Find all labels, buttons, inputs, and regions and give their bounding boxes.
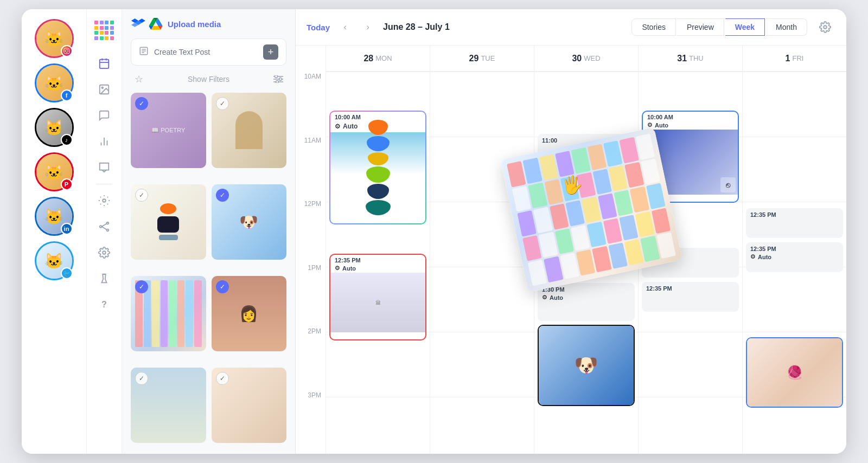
media-panel: Upload media Create Text Post + ☆ Show F… [122, 9, 296, 454]
rock-blue [367, 136, 390, 151]
next-arrow[interactable]: › [360, 20, 375, 35]
account-instagram[interactable]: 🐱 [35, 19, 74, 58]
star-filter-button[interactable]: ☆ [131, 71, 147, 87]
svg-point-33 [275, 75, 278, 78]
event-wed-balloon[interactable]: 🐶 [538, 325, 635, 406]
svg-point-14 [100, 226, 102, 228]
day-body-mon[interactable]: 10:00 AM ⚙ Auto [326, 72, 430, 454]
event-thu-small-2[interactable]: 12:35 PM [642, 282, 739, 312]
event-fri-knit[interactable]: 🧶 [746, 337, 843, 408]
media-item-poetry[interactable]: 📖 POETRY ✓ [131, 93, 206, 168]
nav-messages[interactable] [92, 104, 116, 127]
account-linkedin[interactable]: 🐱 in [35, 197, 74, 236]
create-post-label: Create Text Post [154, 48, 258, 56]
day-num-fri: 1 [786, 54, 790, 63]
media-check-keyboard: ✓ [135, 280, 148, 293]
tab-stories[interactable]: Stories [631, 18, 676, 36]
svg-point-16 [107, 229, 109, 232]
nav-settings[interactable] [92, 241, 116, 265]
media-item-arch[interactable]: ✓ [212, 93, 287, 168]
svg-point-36 [824, 25, 827, 29]
show-filters-label: Show Filters [147, 75, 270, 83]
day-num-mon: 28 [363, 54, 373, 63]
day-label-mon: MON [375, 54, 392, 62]
event-thu-hallway-header: 10:00 AM ⚙ Auto [643, 112, 738, 130]
account-facebook[interactable]: 🐱 f [35, 63, 74, 102]
svg-point-13 [103, 199, 106, 202]
media-item-landscape[interactable]: ✓ [131, 368, 206, 443]
media-item-keyboard[interactable]: ✓ [131, 276, 206, 351]
day-num-tue: 29 [469, 54, 479, 63]
date-range: June 28 – July 1 [383, 22, 624, 32]
svg-point-8 [101, 87, 103, 88]
media-check-landscape: ✓ [135, 372, 148, 385]
event-mon-rocks[interactable]: 10:00 AM ⚙ Auto [329, 111, 426, 224]
svg-point-34 [279, 78, 282, 81]
media-check-poetry: ✓ [135, 97, 148, 110]
media-panel-header: Upload media [122, 9, 295, 38]
today-button[interactable]: Today [307, 23, 330, 32]
museum-image: 🏛 [330, 273, 425, 332]
event-fri-small-1[interactable]: 12:35 PM [746, 208, 843, 238]
account-pinterest[interactable]: 🐱 P [35, 152, 74, 191]
prev-arrow[interactable]: ‹ [337, 20, 353, 35]
day-label-thu: THU [689, 54, 704, 62]
app-logo[interactable] [92, 18, 117, 43]
media-item-knit[interactable]: ✓ [212, 368, 287, 443]
nav-help[interactable]: ? [92, 293, 116, 317]
nav-nodes[interactable] [92, 215, 116, 239]
upload-media-button[interactable]: Upload media [168, 20, 221, 29]
event-fri-auto[interactable]: 12:35 PM ⚙ Auto [746, 242, 843, 272]
rocks-stack [361, 115, 395, 220]
media-check-woman: ✓ [216, 280, 229, 293]
day-header-wed: 30 WED [534, 46, 638, 72]
tab-preview[interactable]: Preview [677, 18, 724, 36]
nav-sidebar: ? [87, 9, 122, 454]
linkedin-badge: in [61, 223, 73, 235]
nav-automation[interactable] [92, 189, 116, 213]
media-item-balloon[interactable]: 🐶 ✓ [212, 184, 287, 260]
media-check-knit: ✓ [216, 372, 229, 385]
tab-week[interactable]: Week [725, 18, 765, 36]
rock-yellow [368, 152, 388, 165]
tab-month[interactable]: Month [766, 18, 807, 36]
event-wed-1-30[interactable]: 1:30 PM ⚙ Auto [538, 283, 635, 321]
add-post-button[interactable]: + [263, 44, 278, 60]
media-item-woman[interactable]: 👩 ✓ [212, 276, 287, 351]
nav-inbox[interactable] [92, 156, 116, 179]
nav-media[interactable] [92, 78, 116, 101]
day-body-tue[interactable] [430, 72, 534, 454]
filters-bar: ☆ Show Filters [131, 71, 286, 87]
nav-calendar[interactable] [92, 52, 116, 75]
calendar-settings-button[interactable] [815, 17, 835, 37]
cursor-hand-icon: 🖐 [561, 175, 583, 195]
nav-analytics[interactable] [92, 130, 116, 153]
event-mon-museum-header: 12:35 PM ⚙ Auto [330, 255, 425, 273]
svg-point-15 [107, 222, 109, 224]
nav-lab[interactable] [92, 267, 116, 291]
media-item-orange[interactable]: ✓ [131, 184, 206, 260]
day-body-fri[interactable]: 12:35 PM 12:35 PM ⚙ Auto 🧶 [743, 72, 846, 454]
calendar-header: Today ‹ › June 28 – July 1 Stories Previ… [296, 9, 846, 46]
time-12pm: 12PM [296, 199, 326, 263]
upload-area: Upload media [131, 18, 286, 30]
tiktok-badge: ♪ [61, 134, 73, 146]
account-twitter[interactable]: 🐱 🐦 [35, 241, 74, 280]
day-col-tue: 29 TUE [430, 46, 534, 454]
media-check-orange: ✓ [135, 189, 148, 202]
account-tiktok[interactable]: 🐱 ♪ [35, 108, 74, 147]
rocks-image [330, 132, 425, 203]
event-mon-museum[interactable]: 12:35 PM ⚙ Auto 🏛 [329, 254, 426, 340]
media-check-arch: ✓ [216, 97, 229, 110]
day-body-wed[interactable]: 11:00 🖐 [534, 72, 638, 454]
day-col-fri: 1 FRI 12:35 PM [742, 46, 846, 454]
text-post-icon [139, 46, 149, 59]
create-post-bar[interactable]: Create Text Post + [131, 38, 286, 66]
media-check-balloon: ✓ [216, 189, 229, 202]
accounts-sidebar: 🐱 🐱 f 🐱 ♪ 🐱 [22, 9, 87, 454]
day-columns: 28 MON 10:0 [326, 46, 846, 454]
event-time-mon-1: 10:00 AM [335, 114, 361, 120]
twitter-badge: 🐦 [61, 267, 73, 279]
filter-options-button[interactable] [270, 71, 286, 87]
day-num-wed: 30 [572, 54, 582, 63]
